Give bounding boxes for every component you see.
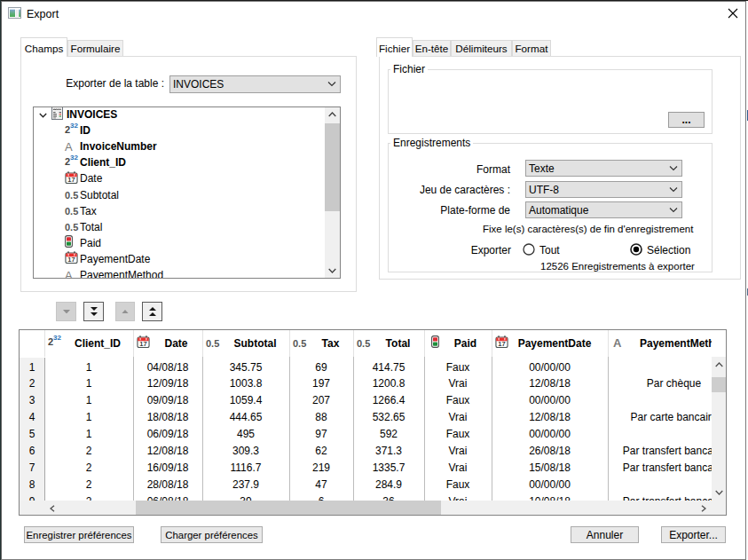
svg-text:17: 17 xyxy=(139,340,146,348)
svg-text:17: 17 xyxy=(67,175,75,183)
svg-text:17: 17 xyxy=(67,256,75,264)
